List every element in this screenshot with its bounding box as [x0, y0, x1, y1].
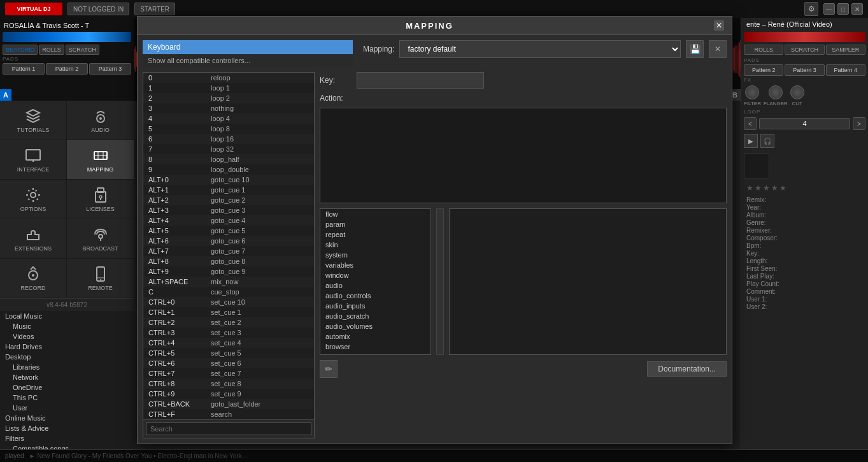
gear-icon[interactable]: ⚙ — [804, 2, 818, 16]
key-list-item[interactable]: CTRL+8set_cue 8 — [143, 379, 314, 389]
browser-item[interactable]: Videos — [0, 331, 134, 342]
action-list-item[interactable]: audio_volumes — [320, 321, 430, 331]
key-list-item[interactable]: ALT+3goto_cue 3 — [143, 205, 314, 215]
action-list-item[interactable]: param — [320, 219, 430, 229]
star-2[interactable]: ★ — [755, 184, 762, 192]
key-list-item[interactable]: CTRL+0set_cue 10 — [143, 297, 314, 307]
sidebar-item-audio[interactable]: AUDIO — [67, 101, 134, 140]
documentation-button[interactable]: Documentation... — [647, 361, 727, 377]
starter-button[interactable]: STARTER — [134, 3, 175, 15]
action-list-item[interactable]: skin — [320, 240, 430, 250]
key-list-item[interactable]: 8loop_half — [143, 154, 314, 164]
dialog-close-button[interactable]: ✕ — [714, 20, 724, 31]
action-editor[interactable] — [320, 108, 727, 203]
key-list-item[interactable]: CTRL+BACKgoto_last_folder — [143, 399, 314, 409]
browser-item[interactable]: Desktop — [0, 352, 134, 362]
file-browser[interactable]: Local MusicMusicVideosHard DrivesDesktop… — [0, 311, 134, 462]
loop-next-right[interactable]: > — [853, 117, 865, 130]
action-list-item[interactable]: audio_controls — [320, 291, 430, 301]
action-list-item[interactable]: audio_inputs — [320, 301, 430, 311]
mapping-dropdown[interactable]: factory defaultcustom — [399, 40, 681, 58]
key-list-item[interactable]: 4loop 4 — [143, 113, 314, 124]
sidebar-item-extensions[interactable]: EXTENSIONS — [0, 219, 67, 259]
key-list[interactable]: 0reloop1loop 12loop 23nothing4loop 45loo… — [143, 73, 314, 419]
action-list-item[interactable]: audio_scratch — [320, 311, 430, 321]
key-list-item[interactable]: CTRL+7set_cue 7 — [143, 368, 314, 379]
key-list-item[interactable]: ALT+5goto_cue 5 — [143, 226, 314, 236]
key-list-item[interactable]: CTRL+6set_cue 6 — [143, 358, 314, 368]
key-list-item[interactable]: ALT+2goto_cue 2 — [143, 195, 314, 205]
browser-item[interactable]: Lists & Advice — [0, 423, 134, 433]
cut-knob-dial-right[interactable] — [790, 85, 804, 99]
filter-knob-dial-right[interactable] — [745, 85, 759, 99]
not-logged-in-button[interactable]: NOT LOGGED IN — [68, 3, 129, 15]
key-input[interactable] — [357, 72, 484, 89]
key-list-item[interactable]: CTRL+9set_cue 9 — [143, 389, 314, 399]
key-list-item[interactable]: 2loop 2 — [143, 93, 314, 103]
key-list-item[interactable]: CTRL+1set_cue 1 — [143, 307, 314, 317]
delete-mapping-button[interactable]: ✕ — [709, 40, 727, 58]
sidebar-item-remote[interactable]: REMOTE — [67, 259, 134, 298]
minimize-button[interactable]: — — [823, 3, 835, 15]
sidebar-item-mapping[interactable]: MAPPING — [67, 140, 134, 180]
key-list-item[interactable]: 7loop 32 — [143, 144, 314, 154]
browser-item[interactable]: Libraries — [0, 362, 134, 372]
pattern-1-left[interactable]: Pattern 1 — [3, 63, 45, 75]
key-list-item[interactable]: 1loop 1 — [143, 83, 314, 93]
pattern-4-right[interactable]: Pattern 4 — [826, 64, 865, 76]
action-list-item[interactable]: browser — [320, 342, 430, 352]
action-list-item[interactable]: repeat — [320, 229, 430, 240]
browser-item[interactable]: OneDrive — [0, 382, 134, 393]
browser-item[interactable]: Local Music — [0, 311, 134, 321]
edit-icon-button[interactable]: ✏ — [320, 360, 338, 378]
action-list-item[interactable]: system — [320, 250, 430, 260]
action-list-item[interactable]: variables — [320, 260, 430, 270]
key-search-input[interactable] — [146, 422, 311, 435]
key-list-item[interactable]: CTRL+3set_cue 3 — [143, 328, 314, 338]
key-list-item[interactable]: CTRL+5set_cue 5 — [143, 348, 314, 358]
browser-item[interactable]: User — [0, 403, 134, 413]
sampler-button-right[interactable]: SAMPLER — [826, 45, 865, 55]
rolls-button-right[interactable]: ROLLS — [744, 45, 783, 55]
close-button[interactable]: ✕ — [851, 3, 863, 15]
star-3[interactable]: ★ — [763, 184, 770, 192]
headphone-icon-right[interactable]: 🎧 — [760, 134, 774, 148]
key-list-item[interactable]: Ccue_stop — [143, 287, 314, 297]
rolls-button-left[interactable]: ROLLS — [39, 45, 64, 55]
save-mapping-button[interactable]: 💾 — [686, 40, 704, 58]
key-list-item[interactable]: ALT+SPACEmix_now — [143, 277, 314, 287]
key-list-item[interactable]: ALT+6goto_cue 6 — [143, 236, 314, 246]
sidebar-item-tutorials[interactable]: TUTORIALS — [0, 101, 67, 140]
browser-item[interactable]: Music — [0, 321, 134, 331]
key-list-item[interactable]: 0reloop — [143, 73, 314, 83]
key-list-item[interactable]: 3nothing — [143, 103, 314, 113]
action-list[interactable]: flowparamrepeatskinsystemvariableswindow… — [320, 208, 431, 355]
keyboard-item[interactable]: Keyboard — [143, 40, 353, 54]
pattern-3-right[interactable]: Pattern 3 — [785, 64, 824, 76]
browser-item[interactable]: Filters — [0, 433, 134, 444]
pattern-2-right[interactable]: Pattern 2 — [744, 64, 783, 76]
pattern-3-left[interactable]: Pattern 3 — [89, 63, 131, 75]
action-list-item[interactable]: flow — [320, 209, 430, 219]
key-list-item[interactable]: ALT+8goto_cue 8 — [143, 256, 314, 266]
key-list-item[interactable]: CTRL+Fsearch — [143, 409, 314, 419]
action-list-item[interactable]: automix — [320, 331, 430, 342]
scratch-button-right[interactable]: SCRATCH — [785, 45, 824, 55]
browser-item[interactable]: Network — [0, 372, 134, 382]
key-list-item[interactable]: 9loop_double — [143, 164, 314, 175]
key-list-item[interactable]: CTRL+4set_cue 4 — [143, 338, 314, 348]
action-list-item[interactable]: audio — [320, 280, 430, 291]
star-5[interactable]: ★ — [779, 184, 786, 192]
browser-item[interactable]: Online Music — [0, 413, 134, 423]
scratch-button-left[interactable]: SCRATCH — [66, 45, 99, 55]
action-list-item[interactable]: config — [320, 352, 430, 355]
sidebar-item-broadcast[interactable]: BROADCAST — [67, 219, 134, 259]
sidebar-item-interface[interactable]: INTERFACE — [0, 140, 67, 180]
beatgrid-button[interactable]: BEATGRID — [3, 45, 38, 55]
key-list-item[interactable]: 6loop 16 — [143, 134, 314, 144]
maximize-button[interactable]: □ — [837, 3, 849, 15]
key-list-item[interactable]: ALT+4goto_cue 4 — [143, 215, 314, 226]
action-detail[interactable] — [449, 208, 727, 355]
action-list-item[interactable]: window — [320, 270, 430, 280]
flanger-knob-dial-right[interactable] — [769, 85, 783, 99]
